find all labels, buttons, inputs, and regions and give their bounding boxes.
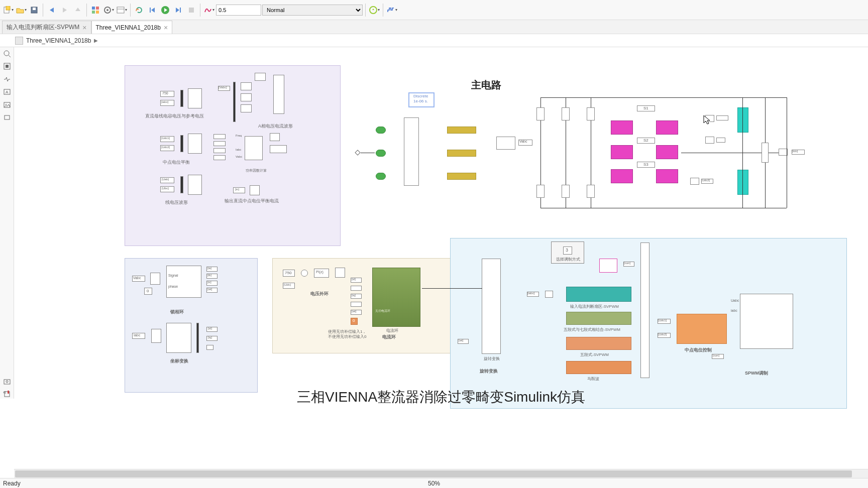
- mux-block[interactable]: [180, 135, 183, 152]
- fit-to-view-icon[interactable]: [2, 62, 12, 71]
- scope-block[interactable]: [188, 88, 202, 108]
- goto-tag[interactable]: [716, 115, 728, 120]
- transform-block[interactable]: [166, 323, 191, 353]
- step-back-button[interactable]: [146, 4, 158, 16]
- spwm-block[interactable]: [740, 294, 793, 349]
- capacitor-block[interactable]: [737, 170, 748, 195]
- scrollbar-thumb[interactable]: [15, 470, 852, 477]
- rectangle-icon[interactable]: [2, 113, 12, 123]
- diode[interactable]: [587, 107, 595, 120]
- update-diagram-button[interactable]: [133, 4, 145, 16]
- scope-block[interactable]: [255, 73, 266, 81]
- up-button[interactable]: [72, 4, 84, 16]
- control-subsystem[interactable]: 旋转变换 旋转变换 [wt] 3 3 选择调制方式 输入电流判断扇区-SVPWM…: [450, 238, 847, 409]
- saddle-block[interactable]: [566, 361, 631, 374]
- switch-block[interactable]: [656, 120, 678, 135]
- svpwm1-block[interactable]: [566, 287, 631, 302]
- display-block[interactable]: [270, 145, 287, 153]
- pll-main-block[interactable]: [166, 266, 201, 298]
- sat-block[interactable]: [335, 268, 345, 278]
- scope-block[interactable]: [250, 185, 260, 195]
- from-block[interactable]: [351, 302, 362, 307]
- model-icon[interactable]: [15, 37, 23, 45]
- ac-source[interactable]: [376, 150, 386, 157]
- breadcrumb-root[interactable]: Three_VIENNA1_2018b: [26, 37, 91, 44]
- close-tab-icon[interactable]: ×: [164, 24, 168, 32]
- ac-source[interactable]: [376, 173, 386, 180]
- term-block[interactable]: [206, 345, 213, 350]
- diode[interactable]: [536, 185, 545, 198]
- stop-time-input[interactable]: [216, 5, 261, 16]
- model-config-button[interactable]: ▾: [102, 4, 115, 16]
- from-block[interactable]: [351, 286, 362, 291]
- diode[interactable]: [562, 185, 570, 198]
- from-block[interactable]: [213, 155, 226, 160]
- switch-block[interactable]: [611, 145, 633, 159]
- scope-block[interactable]: [241, 104, 252, 112]
- svpwm3-block[interactable]: [566, 337, 631, 350]
- annotation-icon[interactable]: A: [2, 88, 12, 97]
- current-loop-block[interactable]: [372, 268, 420, 327]
- svpwm2-block[interactable]: [566, 312, 631, 325]
- model-canvas[interactable]: 750 [iabc] 直流母线电容电压与参考电压 [Vabc] A相电压电流波形…: [14, 47, 868, 478]
- run-button[interactable]: [159, 4, 171, 16]
- from-block[interactable]: [213, 134, 226, 139]
- fast-restart-button[interactable]: ▾: [368, 4, 380, 16]
- step-forward-button[interactable]: [172, 4, 184, 16]
- mux-block[interactable]: [180, 176, 183, 193]
- sum-block[interactable]: [301, 270, 308, 277]
- save-button[interactable]: [28, 4, 40, 16]
- pll-subsystem[interactable]: Vabc Signal phase 0 [ia] [ib] [ic] [wt] …: [125, 258, 258, 393]
- diode[interactable]: [536, 107, 545, 120]
- multiport-switch[interactable]: [640, 242, 649, 378]
- switch-block[interactable]: [611, 169, 633, 183]
- from-block[interactable]: [213, 148, 226, 153]
- big-scope-block[interactable]: [273, 75, 284, 114]
- back-button[interactable]: [46, 4, 58, 16]
- forward-button[interactable]: [59, 4, 71, 16]
- comp-block[interactable]: [599, 259, 617, 273]
- goto-tag[interactable]: [716, 138, 725, 143]
- voltage-loop-subsystem[interactable]: 750 [Udc] PI(z) 电压外环 [id] [iq] [wt] 0 使用…: [272, 258, 453, 353]
- mux-block[interactable]: [196, 323, 199, 353]
- mux-block[interactable]: [180, 90, 183, 107]
- open-button[interactable]: ▾: [15, 4, 27, 16]
- logic-analyzer-button[interactable]: ▾: [386, 4, 398, 16]
- stop-button[interactable]: [185, 4, 197, 16]
- rl-branch[interactable]: [447, 173, 476, 180]
- goto-block[interactable]: [496, 137, 515, 150]
- delay-block[interactable]: [545, 291, 553, 298]
- diode[interactable]: [562, 107, 570, 120]
- horizontal-scrollbar[interactable]: [14, 469, 868, 478]
- scope-block[interactable]: [188, 134, 202, 154]
- sample-time-icon[interactable]: [2, 75, 12, 84]
- mux-block[interactable]: [233, 82, 236, 122]
- midpoint-ctrl-block[interactable]: [677, 314, 727, 344]
- rotate-block[interactable]: [482, 259, 501, 354]
- signal-record-button[interactable]: ▾: [203, 4, 215, 16]
- resistor-block[interactable]: [762, 143, 769, 163]
- scope-block[interactable]: [241, 82, 252, 90]
- switch-block[interactable]: [656, 145, 678, 159]
- scope-block[interactable]: [241, 93, 252, 101]
- power-block[interactable]: [245, 136, 263, 160]
- measurement-block[interactable]: [404, 117, 419, 186]
- ac-source[interactable]: [376, 127, 386, 134]
- scope-block[interactable]: [270, 133, 280, 141]
- model-explorer-button[interactable]: ▾: [116, 4, 128, 16]
- tab-vienna[interactable]: Three_VIENNA1_2018b×: [91, 21, 173, 34]
- library-browser-button[interactable]: [89, 4, 101, 16]
- vm-block[interactable]: [690, 178, 699, 185]
- pll-block[interactable]: [150, 273, 160, 285]
- diode[interactable]: [587, 185, 595, 198]
- screenshot-icon[interactable]: [2, 377, 12, 386]
- switch-block[interactable]: [611, 120, 633, 135]
- new-model-button[interactable]: ▾: [2, 4, 14, 16]
- scopes-subsystem[interactable]: 750 [iabc] 直流母线电容电压与参考电压 [Vabc] A相电压电流波形…: [125, 65, 341, 246]
- capacitor-block[interactable]: [737, 107, 748, 133]
- collapse-palette-icon[interactable]: «: [3, 389, 7, 396]
- from-block[interactable]: [213, 141, 226, 146]
- vm-block[interactable]: [705, 137, 714, 144]
- demux-block[interactable]: [151, 329, 161, 343]
- rl-branch[interactable]: [447, 150, 476, 157]
